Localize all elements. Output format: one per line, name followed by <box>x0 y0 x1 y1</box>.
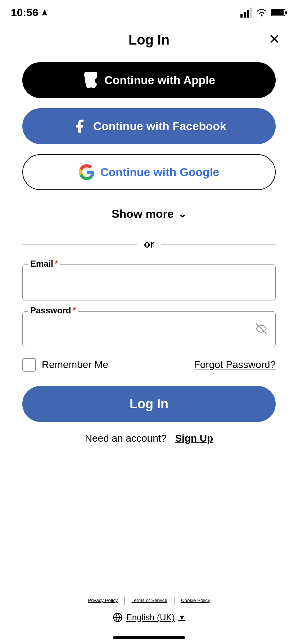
signup-prompt: Need an account? Sign Up <box>22 433 276 444</box>
divider-line-left <box>22 244 137 245</box>
footer-sep-2: | <box>173 595 175 605</box>
email-label: Email* <box>28 259 60 269</box>
remember-me-checkbox[interactable] <box>22 358 36 372</box>
svg-rect-0 <box>240 14 243 18</box>
close-button[interactable]: ✕ <box>268 32 280 46</box>
apple-login-button[interactable]: Continue with Apple <box>22 62 276 98</box>
page-title: Log In <box>128 32 170 48</box>
svg-rect-2 <box>247 10 249 18</box>
password-field-wrapper: Password* <box>22 311 276 347</box>
password-label: Password* <box>28 305 78 316</box>
language-label: English (UK) <box>126 612 175 622</box>
divider: or <box>22 239 276 250</box>
globe-icon <box>113 612 123 622</box>
facebook-icon <box>72 118 87 134</box>
facebook-login-button[interactable]: Continue with Facebook <box>22 108 276 144</box>
terms-of-service-link[interactable]: Terms of Service <box>131 598 167 603</box>
google-login-button[interactable]: Continue with Google <box>22 154 276 190</box>
language-dropdown-icon: ▼ <box>178 613 185 622</box>
header: Log In ✕ <box>0 22 298 55</box>
divider-text: or <box>144 239 154 250</box>
remember-me-text: Remember Me <box>42 359 108 371</box>
password-input[interactable] <box>22 311 276 347</box>
chevron-down-icon: ⌄ <box>178 208 186 220</box>
svg-rect-7 <box>285 11 287 14</box>
home-indicator <box>113 636 185 639</box>
svg-rect-1 <box>244 12 246 18</box>
email-field-wrapper: Email* <box>22 264 276 300</box>
svg-rect-3 <box>250 8 252 18</box>
apple-icon <box>83 72 99 88</box>
status-time: 10:56 <box>11 6 49 19</box>
signup-link[interactable]: Sign Up <box>175 433 213 444</box>
footer-sep-1: | <box>123 595 126 605</box>
google-button-label: Continue with Google <box>100 166 220 179</box>
login-button[interactable]: Log In <box>22 386 276 422</box>
signal-icon <box>240 8 252 18</box>
status-bar: 10:56 <box>0 0 298 22</box>
eye-slash-icon <box>254 323 268 334</box>
facebook-button-label: Continue with Facebook <box>93 120 226 133</box>
wifi-icon <box>256 8 268 17</box>
svg-point-4 <box>261 15 263 17</box>
show-more-button[interactable]: Show more ⌄ <box>22 200 276 228</box>
forgot-password-button[interactable]: Forgot Password? <box>194 359 276 371</box>
email-input[interactable] <box>22 264 276 300</box>
password-toggle-button[interactable] <box>254 323 268 335</box>
remember-me-label[interactable]: Remember Me <box>22 358 108 372</box>
google-icon <box>79 164 95 180</box>
battery-icon <box>271 8 287 17</box>
language-selector[interactable]: English (UK) ▼ <box>113 612 186 622</box>
navigation-icon <box>41 9 49 17</box>
form-options: Remember Me Forgot Password? <box>22 358 276 372</box>
divider-line-right <box>161 244 276 245</box>
password-input-wrapper <box>22 311 276 347</box>
apple-button-label: Continue with Apple <box>104 74 215 87</box>
footer-links: Privacy Policy | Terms of Service | Cook… <box>88 595 210 605</box>
svg-rect-6 <box>272 10 284 15</box>
footer: Privacy Policy | Terms of Service | Cook… <box>0 595 298 622</box>
main-content: Continue with Apple Continue with Facebo… <box>0 55 298 459</box>
privacy-policy-link[interactable]: Privacy Policy <box>88 598 118 603</box>
cookie-policy-link[interactable]: Cookie Policy <box>181 598 210 603</box>
status-icons <box>240 8 287 18</box>
